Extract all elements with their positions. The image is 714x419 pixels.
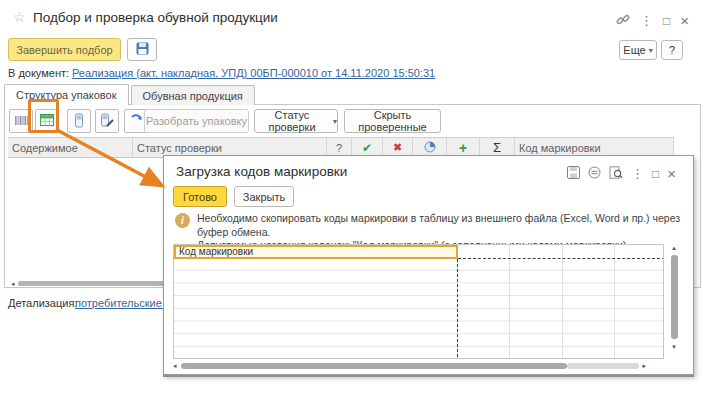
document-label: В документ: bbox=[8, 67, 69, 79]
detail-label: Детализация: bbox=[8, 297, 77, 309]
hscroll-track[interactable] bbox=[567, 363, 639, 369]
load-marking-codes-button[interactable] bbox=[35, 109, 59, 133]
check-status-dropdown[interactable]: Статус проверки ▾ bbox=[254, 109, 338, 133]
tsd-load-button[interactable] bbox=[67, 109, 91, 133]
scroll-left-icon[interactable]: ◂ bbox=[11, 280, 15, 287]
tab-packing-structure[interactable]: Структура упаковок bbox=[4, 84, 129, 105]
maximize-icon[interactable]: □ bbox=[652, 168, 659, 180]
maximize-icon[interactable]: □ bbox=[663, 15, 670, 27]
data-terminal-icon bbox=[73, 113, 85, 130]
disassemble-package-button: Разобрать упаковку bbox=[144, 109, 249, 133]
more-menu-icon[interactable]: ⋮ bbox=[640, 15, 653, 27]
load-table-icon bbox=[39, 113, 55, 129]
more-button[interactable]: Еще ▾ bbox=[619, 40, 657, 60]
scroll-left-icon[interactable]: ◂ bbox=[173, 362, 177, 369]
close-button[interactable]: Закрыть bbox=[234, 186, 294, 207]
sheet-hscrollbar[interactable]: ◂ ▸ bbox=[173, 361, 664, 370]
finish-selection-button[interactable]: Завершить подбор bbox=[8, 38, 121, 61]
tab-shoe-products[interactable]: Обувная продукция bbox=[131, 85, 255, 105]
scan-barcode-button[interactable] bbox=[9, 109, 33, 133]
info-icon: i bbox=[175, 213, 190, 228]
page-break-vertical bbox=[457, 259, 458, 357]
scroll-up-icon[interactable]: ▴ bbox=[672, 244, 676, 251]
help-button[interactable]: ? bbox=[661, 40, 683, 60]
cross-icon: ✖ bbox=[393, 141, 402, 154]
sigma-icon: Σ bbox=[493, 140, 501, 155]
document-link[interactable]: Реализация (акт, накладная, УПД) 00БП-00… bbox=[72, 67, 435, 79]
sheet-vscrollbar[interactable]: ▴ ▾ bbox=[668, 244, 680, 359]
scroll-down-icon[interactable]: ▾ bbox=[672, 343, 676, 350]
hscroll-thumb[interactable] bbox=[181, 363, 567, 369]
barcode-icon bbox=[14, 114, 29, 129]
close-icon[interactable]: × bbox=[667, 168, 676, 180]
refresh-arrow-icon bbox=[129, 113, 143, 129]
check-status-label: Статус проверки bbox=[255, 109, 329, 133]
column-header-content[interactable]: Содержимое bbox=[8, 138, 133, 157]
preview-icon[interactable] bbox=[588, 166, 601, 181]
find-icon[interactable] bbox=[609, 166, 623, 181]
more-menu-icon[interactable]: ⋮ bbox=[631, 168, 644, 180]
data-terminal-edit-icon bbox=[100, 113, 114, 130]
clock-icon bbox=[424, 141, 436, 155]
floppy-icon bbox=[136, 42, 149, 57]
marking-codes-sheet[interactable]: Код маркировки bbox=[173, 244, 664, 359]
more-button-label: Еще bbox=[623, 44, 645, 56]
favorite-star-icon[interactable]: ☆ bbox=[13, 9, 26, 25]
chevron-down-icon: ▾ bbox=[649, 46, 653, 55]
check-icon: ✔ bbox=[362, 141, 372, 155]
chevron-down-icon: ▾ bbox=[333, 117, 337, 126]
get-link-icon[interactable] bbox=[616, 13, 630, 29]
close-icon[interactable]: × bbox=[680, 15, 689, 27]
save-button[interactable] bbox=[127, 38, 157, 61]
sheet-gridlines bbox=[174, 258, 663, 358]
save-icon[interactable] bbox=[567, 166, 580, 181]
done-button[interactable]: Готово bbox=[173, 186, 227, 207]
hide-checked-button[interactable]: Скрыть проверенные bbox=[344, 109, 441, 133]
sheet-header-cell[interactable]: Код маркировки bbox=[174, 245, 458, 259]
vscroll-thumb[interactable] bbox=[671, 255, 678, 339]
page-title: Подбор и проверка обувной продукции bbox=[33, 10, 278, 25]
info-line: Необходимо скопировать коды маркировки в… bbox=[197, 212, 693, 239]
plus-icon: + bbox=[459, 140, 467, 156]
scroll-right-icon[interactable]: ▸ bbox=[643, 362, 647, 369]
tsd-check-button[interactable] bbox=[95, 109, 119, 133]
dialog-title: Загрузка кодов маркировки bbox=[176, 164, 347, 179]
load-marking-codes-dialog: Загрузка кодов маркировки ⋮ □ × bbox=[163, 155, 694, 375]
page-break-horizontal bbox=[458, 258, 664, 259]
